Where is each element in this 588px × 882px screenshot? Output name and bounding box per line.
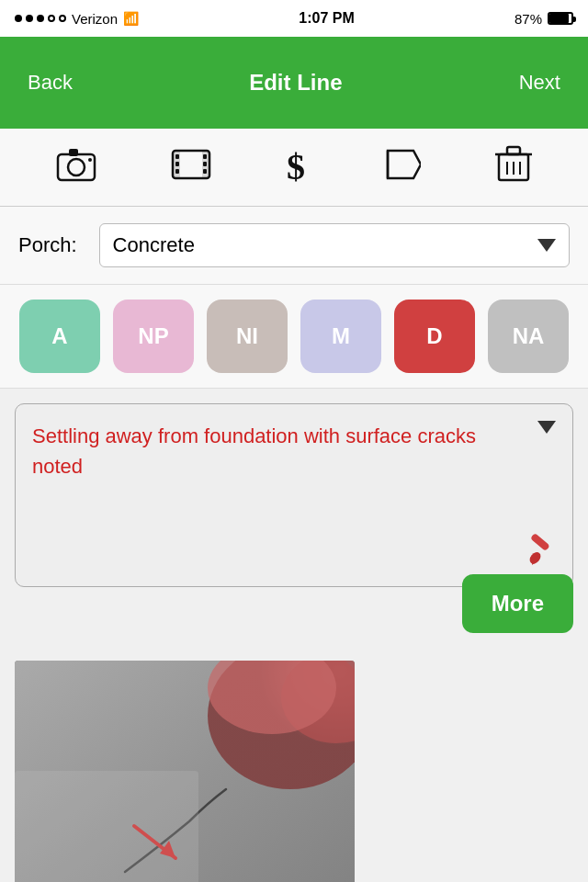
svg-rect-29 (15, 771, 198, 882)
signal-icon (15, 15, 66, 22)
notes-section: Settling away from foundation with surfa… (15, 403, 573, 587)
tag-icon[interactable] (380, 147, 421, 187)
rating-row: A NP NI M D NA (0, 285, 588, 389)
rating-d-button[interactable]: D (394, 300, 475, 373)
wifi-icon: 📶 (123, 11, 139, 26)
svg-rect-21 (530, 533, 550, 551)
svg-rect-11 (203, 162, 207, 166)
carrier-label: Verizon (72, 11, 118, 27)
film-icon[interactable] (171, 147, 211, 187)
time-label: 1:07 PM (299, 10, 354, 27)
svg-point-1 (68, 159, 85, 175)
rating-a-button[interactable]: A (19, 300, 100, 373)
price-icon[interactable]: $ (287, 149, 305, 186)
photo-area (15, 661, 573, 882)
back-button[interactable]: Back (18, 62, 82, 104)
status-left: Verizon 📶 (15, 11, 139, 27)
battery-percent: 87% (514, 11, 542, 27)
dropdown-arrow-icon (537, 239, 556, 252)
notes-box[interactable]: Settling away from foundation with surfa… (15, 403, 573, 587)
svg-rect-7 (175, 154, 179, 159)
rating-na-button[interactable]: NA (488, 300, 569, 373)
svg-rect-12 (203, 169, 207, 174)
rating-np-button[interactable]: NP (113, 300, 194, 373)
svg-rect-2 (69, 149, 78, 156)
photo-image (15, 661, 355, 882)
svg-rect-9 (175, 169, 179, 174)
photo-container (15, 661, 355, 882)
battery-icon (548, 12, 573, 25)
rating-m-button[interactable]: M (300, 300, 381, 373)
camera-icon[interactable] (56, 147, 96, 187)
toolbar: $ (0, 129, 588, 207)
status-bar: Verizon 📶 1:07 PM 87% (0, 0, 588, 37)
svg-rect-16 (507, 147, 520, 154)
nav-bar: Back Edit Line Next (0, 37, 588, 129)
notes-dropdown-arrow-icon (537, 421, 556, 434)
svg-point-20 (527, 550, 543, 566)
status-right: 87% (514, 11, 573, 27)
rating-ni-button[interactable]: NI (207, 300, 288, 373)
svg-rect-8 (175, 162, 179, 166)
notes-text: Settling away from foundation with surfa… (32, 421, 517, 481)
trash-icon[interactable] (495, 145, 532, 189)
svg-point-3 (88, 158, 92, 162)
porch-row: Porch: Concrete (0, 207, 588, 285)
more-button[interactable]: More (462, 574, 573, 633)
porch-dropdown[interactable]: Concrete (99, 223, 570, 267)
page-title: Edit Line (249, 70, 342, 96)
next-button[interactable]: Next (510, 62, 570, 104)
svg-rect-10 (203, 154, 207, 159)
porch-label: Porch: (18, 233, 77, 257)
porch-value: Concrete (113, 233, 195, 257)
